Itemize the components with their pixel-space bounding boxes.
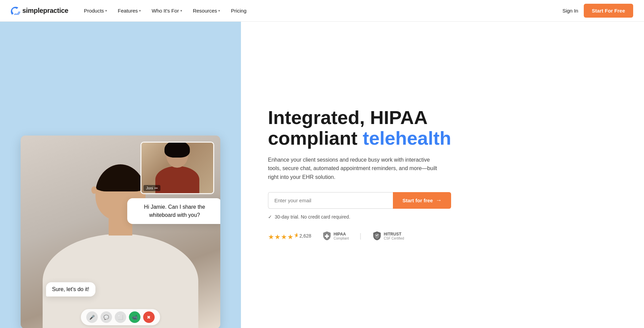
page-wrapper: Joni ▪▪▪ Hi Jamie. Can I share the white… (0, 0, 644, 328)
chevron-down-icon: ▾ (218, 9, 220, 13)
video-controls-bar: 🎤 💬 ⬜ 📹 ✖ (81, 309, 160, 325)
video-button[interactable]: 📹 (129, 311, 140, 323)
review-count: 2,628 (299, 233, 311, 239)
hero-right-panel: Integrated, HIPAA compliant telehealth E… (241, 22, 644, 328)
chat-bubble-2: Sure, let's do it! (46, 282, 95, 296)
hitrust-badge: HITRUST CSF Certified (368, 229, 408, 243)
hipaa-sub: Compliant (334, 237, 349, 240)
nav-pricing[interactable]: Pricing (226, 5, 251, 16)
start-for-free-button[interactable]: Start For Free (584, 4, 633, 18)
sign-in-link[interactable]: Sign In (562, 8, 578, 14)
chevron-down-icon: ▾ (105, 9, 107, 13)
email-input[interactable] (268, 192, 393, 209)
hipaa-title: HIPAA (334, 232, 349, 237)
logo[interactable]: simplepractice (11, 7, 68, 15)
hero-subtext: Enhance your client sessions and reduce … (268, 156, 444, 182)
pip-label: Joni ▪▪▪ (143, 185, 160, 191)
signal-icon: ▪▪▪ (154, 186, 158, 190)
video-frame: Joni ▪▪▪ Hi Jamie. Can I share the white… (21, 136, 220, 328)
start-for-free-cta-button[interactable]: Start for free → (393, 192, 451, 209)
logo-icon (11, 7, 20, 15)
ear-left (91, 186, 97, 194)
mute-button[interactable]: 🎤 (86, 311, 98, 323)
hipaa-icon (322, 231, 332, 241)
hair (95, 164, 146, 191)
hitrust-icon (372, 231, 382, 241)
end-call-button[interactable]: ✖ (143, 311, 155, 323)
pip-video: Joni ▪▪▪ (140, 142, 214, 194)
cta-row: Start for free → (268, 192, 451, 209)
chevron-down-icon: ▾ (139, 9, 141, 13)
trial-note: ✓ 30-day trial. No credit card required. (268, 214, 451, 220)
hitrust-badge-text: HITRUST CSF Certified (384, 232, 404, 240)
hero-left-panel: Joni ▪▪▪ Hi Jamie. Can I share the white… (0, 22, 241, 328)
hero-headline: Integrated, HIPAA compliant telehealth (268, 107, 451, 149)
hipaa-badge: HIPAA Compliant (318, 229, 353, 243)
logo-text: simplepractice (22, 7, 68, 15)
nav-products[interactable]: Products ▾ (79, 5, 112, 16)
check-icon: ✓ (268, 214, 272, 220)
chat-bubble-1: Hi Jamie. Can I share the whiteboard wit… (127, 198, 220, 224)
headline-accent: telehealth (363, 127, 451, 149)
social-proof: ★★★★★ 2,628 HIPAA Compliant | (268, 229, 451, 243)
pip-hair (164, 142, 190, 158)
hitrust-sub: CSF Certified (384, 237, 404, 240)
badge-separator: | (360, 232, 361, 240)
nav-links: Products ▾ Features ▾ Who It's For ▾ Res… (79, 5, 562, 16)
screen-share-button[interactable]: ⬜ (115, 311, 126, 323)
pip-person (155, 142, 199, 193)
pip-name: Joni (146, 186, 153, 190)
cta-label: Start for free (402, 198, 433, 203)
nav-resources[interactable]: Resources ▾ (188, 5, 225, 16)
pip-head (166, 142, 188, 168)
pip-torso (155, 166, 199, 193)
nav-who-its-for[interactable]: Who It's For ▾ (147, 5, 186, 16)
nav-right: Sign In Start For Free (562, 4, 633, 18)
nav-features[interactable]: Features ▾ (113, 5, 146, 16)
chat-button[interactable]: 💬 (101, 311, 112, 323)
stars-row: ★★★★★ 2,628 (268, 231, 311, 241)
navigation: simplepractice Products ▾ Features ▾ Who… (0, 0, 644, 22)
arrow-icon: → (436, 197, 442, 204)
hitrust-title: HITRUST (384, 232, 404, 237)
trial-note-text: 30-day trial. No credit card required. (275, 214, 350, 220)
hero-text-block: Integrated, HIPAA compliant telehealth E… (268, 107, 451, 243)
hipaa-badge-text: HIPAA Compliant (334, 232, 349, 240)
star-icons: ★★★★★ (268, 231, 297, 241)
chevron-down-icon: ▾ (180, 9, 182, 13)
